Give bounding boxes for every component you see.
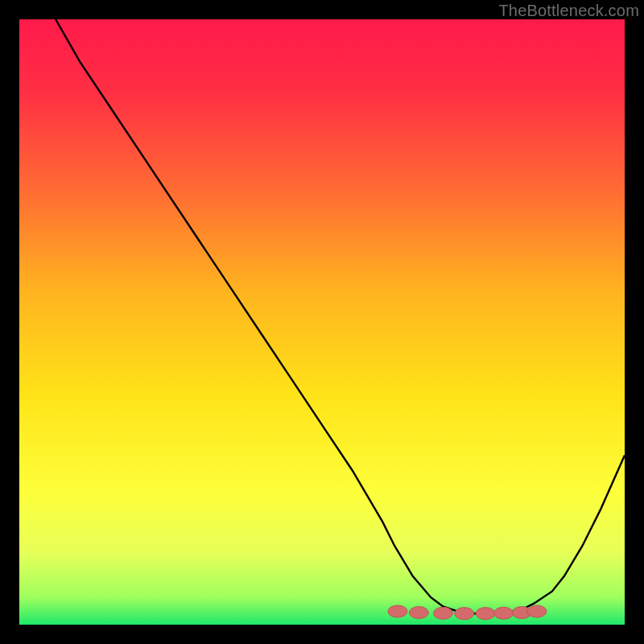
marker-dot [494,607,514,619]
gradient-background [19,19,625,625]
marker-dot [409,606,428,618]
marker-dot [476,608,495,620]
chart-frame [19,19,625,625]
marker-dot [455,608,474,620]
chart-svg [19,19,625,625]
marker-dot [527,605,547,617]
marker-dot [433,607,452,619]
marker-dot [388,605,407,617]
watermark-text: TheBottleneck.com [498,2,639,20]
